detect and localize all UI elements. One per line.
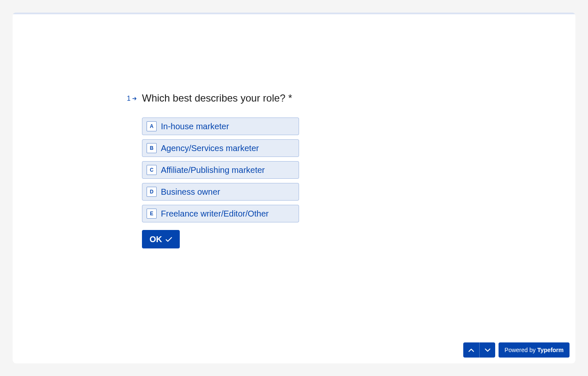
powered-by-prefix: Powered by <box>504 347 536 353</box>
question-number-value: 1 <box>127 95 131 102</box>
arrow-right-icon <box>132 97 137 101</box>
chevron-down-icon <box>485 348 491 352</box>
option-label: Freelance writer/Editor/Other <box>161 208 269 219</box>
chevron-up-icon <box>468 348 474 352</box>
option-label: Business owner <box>161 186 220 198</box>
prev-question-button[interactable] <box>463 342 479 358</box>
option-label: In-house marketer <box>161 120 229 132</box>
question-number: 1 <box>127 95 137 102</box>
check-icon <box>165 237 172 242</box>
option-list: A In-house marketer B Agency/Services ma… <box>142 118 299 222</box>
form-footer: Powered by Typeform <box>463 342 570 358</box>
powered-by-brand: Typeform <box>537 347 564 353</box>
nav-buttons <box>463 342 495 358</box>
option-key: D <box>147 187 157 197</box>
next-question-button[interactable] <box>479 342 495 358</box>
option-key: C <box>147 165 157 175</box>
powered-by-link[interactable]: Powered by Typeform <box>499 342 570 358</box>
ok-button-label: OK <box>150 235 162 244</box>
form-card: 1 Which best describes your role? * A In… <box>13 13 575 363</box>
question-block: 1 Which best describes your role? * A In… <box>127 91 559 248</box>
option-label: Agency/Services marketer <box>161 142 259 154</box>
option-label: Affiliate/Publishing marketer <box>161 164 265 176</box>
option-in-house-marketer[interactable]: A In-house marketer <box>142 118 299 135</box>
ok-button[interactable]: OK <box>142 230 180 248</box>
question-header: 1 Which best describes your role? * <box>127 91 559 105</box>
progress-bar <box>13 13 575 14</box>
question-title: Which best describes your role? * <box>142 91 292 105</box>
option-business-owner[interactable]: D Business owner <box>142 183 299 201</box>
option-key: E <box>147 209 157 219</box>
option-key: A <box>147 121 157 131</box>
option-agency-services-marketer[interactable]: B Agency/Services marketer <box>142 139 299 157</box>
option-key: B <box>147 143 157 153</box>
option-affiliate-publishing-marketer[interactable]: C Affiliate/Publishing marketer <box>142 161 299 179</box>
option-freelance-writer-editor-other[interactable]: E Freelance writer/Editor/Other <box>142 205 299 222</box>
